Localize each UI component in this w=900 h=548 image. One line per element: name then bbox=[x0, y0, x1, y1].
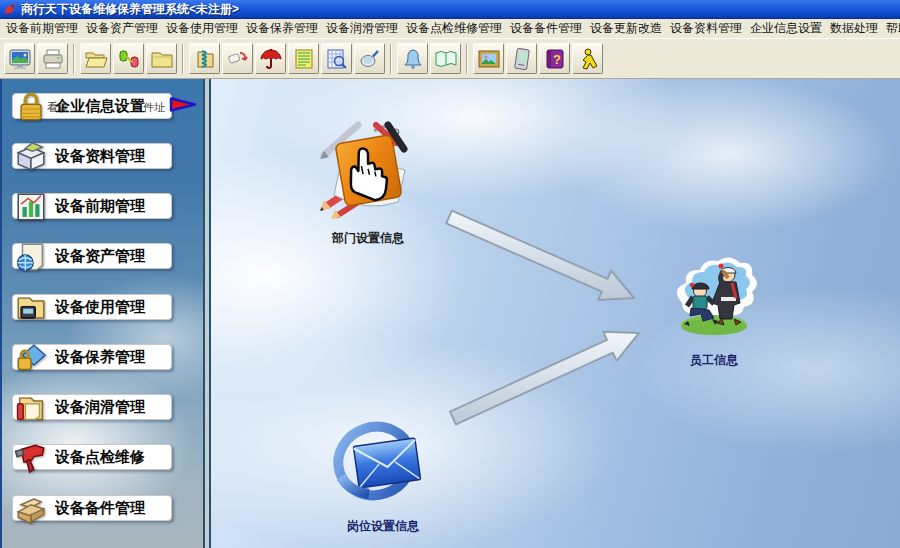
book-pencil-icon bbox=[14, 140, 48, 174]
printer-icon bbox=[41, 47, 65, 71]
sidebar-item-spot-check[interactable]: 设备点检维修 bbox=[12, 444, 172, 470]
toolbar-button-magnifier[interactable] bbox=[354, 43, 385, 74]
toolbar-separator bbox=[390, 44, 392, 74]
toolbar-separator bbox=[182, 44, 184, 74]
toolbar-button-monitor[interactable] bbox=[4, 43, 35, 74]
toolbar-button-notes[interactable] bbox=[288, 43, 319, 74]
sidebar-item-label: 企业信息设置 bbox=[55, 94, 171, 118]
mail-swoosh-icon bbox=[318, 405, 448, 517]
people-icon bbox=[649, 251, 779, 351]
menu-bar: 设备前期管理 设备资产管理 设备使用管理 设备保养管理 设备润滑管理 设备点检维… bbox=[0, 19, 900, 39]
toolbar-button-printer[interactable] bbox=[37, 43, 68, 74]
menu-item-data-processing[interactable]: 数据处理 bbox=[827, 18, 881, 39]
sidebar-item-assets[interactable]: 设备资产管理 bbox=[12, 243, 172, 269]
toolbar-separator bbox=[73, 44, 75, 74]
toolbar-button-link[interactable] bbox=[113, 43, 144, 74]
menu-item-pre-period[interactable]: 设备前期管理 bbox=[3, 18, 81, 39]
sidebar-item-lubrication[interactable]: 设备润滑管理 bbox=[12, 394, 172, 420]
active-item-arrow-icon bbox=[168, 96, 198, 113]
menu-item-usage[interactable]: 设备使用管理 bbox=[163, 18, 241, 39]
menu-item-help[interactable]: 帮助 bbox=[883, 18, 900, 39]
monitor-icon bbox=[8, 47, 32, 71]
desktop-icon-label: 员工信息 bbox=[649, 352, 779, 369]
desktop-icon-label: 部门设置信息 bbox=[303, 230, 433, 247]
sidebar-item-pre-period[interactable]: 设备前期管理 bbox=[12, 193, 172, 219]
app-window: 商行天下设备维修保养管理系统<未注册> 设备前期管理 设备资产管理 设备使用管理… bbox=[0, 0, 900, 548]
title-bar: 商行天下设备维修保养管理系统<未注册> bbox=[0, 0, 900, 19]
help-book-icon: ? bbox=[543, 47, 567, 71]
menu-item-enterprise-info[interactable]: 企业信息设置 bbox=[747, 18, 825, 39]
menu-item-maintenance[interactable]: 设备保养管理 bbox=[243, 18, 321, 39]
menu-item-renewal[interactable]: 设备更新改造 bbox=[587, 18, 665, 39]
picture-icon bbox=[477, 47, 501, 71]
toolbar-button-open-folder[interactable] bbox=[80, 43, 111, 74]
sidebar-item-label: 设备备件管理 bbox=[55, 496, 171, 520]
toolbar: ? bbox=[0, 39, 900, 79]
toolbar-button-open-book[interactable] bbox=[430, 43, 461, 74]
sidebar: 看软 件址 企业信息设置 设备资料管理 设备前期管理 设备资产管理 bbox=[0, 79, 205, 548]
magnifier-icon bbox=[358, 47, 382, 71]
drill-icon bbox=[14, 441, 48, 475]
menu-item-spare-parts[interactable]: 设备备件管理 bbox=[507, 18, 585, 39]
toolbar-button-zip-folder[interactable] bbox=[189, 43, 220, 74]
sidebar-item-label: 设备资产管理 bbox=[55, 244, 171, 268]
parts-box-icon bbox=[14, 492, 48, 526]
desktop-icon-label: 岗位设置信息 bbox=[318, 518, 448, 535]
sidebar-item-maintenance[interactable]: 设备保养管理 bbox=[12, 344, 172, 370]
sidebar-item-equipment-data[interactable]: 设备资料管理 bbox=[12, 143, 172, 169]
pda-icon bbox=[510, 47, 534, 71]
lock-icon bbox=[14, 90, 48, 124]
umbrella-icon bbox=[259, 47, 283, 71]
hand-notepad-icon bbox=[303, 119, 433, 229]
app-logo-icon bbox=[3, 2, 17, 16]
sidebar-item-label: 设备润滑管理 bbox=[55, 395, 171, 419]
toolbar-button-folder[interactable] bbox=[146, 43, 177, 74]
arrow-to-employee-top-icon bbox=[446, 211, 634, 300]
toolbar-button-bell[interactable] bbox=[397, 43, 428, 74]
open-book-icon bbox=[434, 47, 458, 71]
buddy-icon bbox=[576, 47, 600, 71]
bell-icon bbox=[401, 47, 425, 71]
sidebar-item-label: 设备点检维修 bbox=[55, 445, 171, 469]
sidebar-item-enterprise-info[interactable]: 看软 件址 企业信息设置 bbox=[12, 93, 172, 119]
desktop-icon-position-info[interactable]: 岗位设置信息 bbox=[318, 405, 448, 535]
sidebar-splitter[interactable] bbox=[203, 79, 211, 548]
globe-folder-icon bbox=[14, 240, 48, 274]
folder-red-icon bbox=[14, 391, 48, 425]
client-area: 看软 件址 企业信息设置 设备资料管理 设备前期管理 设备资产管理 bbox=[0, 79, 900, 548]
menu-item-spot-check-repair[interactable]: 设备点检维修管理 bbox=[403, 18, 505, 39]
eraser-icon bbox=[226, 47, 250, 71]
flow-arrows-icon bbox=[431, 195, 656, 440]
toolbar-button-buddy[interactable] bbox=[572, 43, 603, 74]
toolbar-button-eraser[interactable] bbox=[222, 43, 253, 74]
svg-text:?: ? bbox=[553, 52, 561, 67]
open-folder-icon bbox=[84, 47, 108, 71]
toolbar-button-umbrella[interactable] bbox=[255, 43, 286, 74]
toolbar-button-search-document[interactable] bbox=[321, 43, 352, 74]
window-title: 商行天下设备维修保养管理系统<未注册> bbox=[21, 1, 239, 18]
sidebar-item-label: 设备前期管理 bbox=[55, 194, 171, 218]
toolbar-button-help-book[interactable]: ? bbox=[539, 43, 570, 74]
desktop-icon-employee-info[interactable]: 员工信息 bbox=[649, 251, 779, 369]
device-folder-icon bbox=[14, 291, 48, 325]
desktop-icon-department-info[interactable]: 部门设置信息 bbox=[303, 119, 433, 247]
menu-item-assets[interactable]: 设备资产管理 bbox=[83, 18, 161, 39]
link-icon bbox=[117, 47, 141, 71]
toolbar-button-picture[interactable] bbox=[473, 43, 504, 74]
menu-item-lubrication[interactable]: 设备润滑管理 bbox=[323, 18, 401, 39]
arrow-to-employee-bottom-icon bbox=[450, 332, 639, 425]
sidebar-item-label: 设备资料管理 bbox=[55, 144, 171, 168]
sidebar-item-label: 设备使用管理 bbox=[55, 295, 171, 319]
search-document-icon bbox=[325, 47, 349, 71]
sidebar-item-spare-parts[interactable]: 设备备件管理 bbox=[12, 495, 172, 521]
sidebar-item-usage[interactable]: 设备使用管理 bbox=[12, 294, 172, 320]
notes-icon bbox=[292, 47, 316, 71]
folder-icon bbox=[150, 47, 174, 71]
menu-item-data-files[interactable]: 设备资料管理 bbox=[667, 18, 745, 39]
lock-diamond-icon bbox=[14, 341, 48, 375]
toolbar-button-pda[interactable] bbox=[506, 43, 537, 74]
workspace: 部门设置信息 bbox=[211, 79, 900, 548]
chart-icon bbox=[14, 190, 48, 224]
zip-folder-icon bbox=[193, 47, 217, 71]
toolbar-separator bbox=[466, 44, 468, 74]
